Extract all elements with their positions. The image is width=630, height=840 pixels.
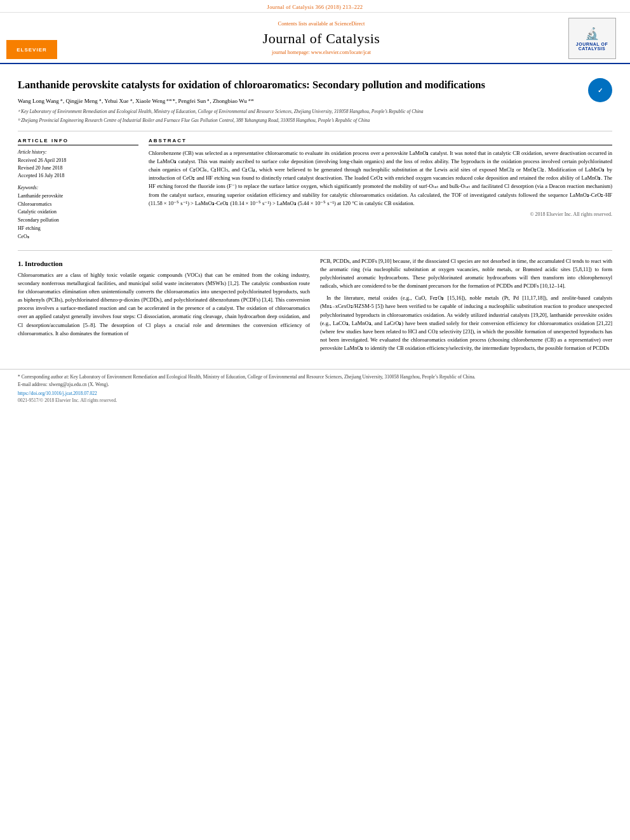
keyword-5: HF etching [18, 225, 138, 233]
journal-title-area: Contents lists available at ScienceDirec… [83, 18, 560, 59]
journal-logo-box: 🔬 JOURNAL OF CATALYSIS [568, 18, 616, 59]
sciencedirect-line: Contents lists available at ScienceDirec… [83, 20, 560, 27]
keywords-label: Keywords: [18, 185, 138, 190]
elsevier-logo-area: ELSEVIER [6, 18, 83, 59]
abstract-heading: ABSTRACT [149, 138, 612, 145]
affiliation-b: ᵇ Zhejiang Provincial Engineering Resear… [18, 117, 580, 124]
body-section: 1. Introduction Chloroaromatics are a cl… [18, 257, 612, 357]
section-num: 1. [18, 260, 23, 267]
section-title: Introduction [25, 260, 63, 267]
received-date: Received 26 April 2018 [18, 157, 138, 164]
body-divider [18, 250, 612, 251]
journal-homepage-line: journal homepage: www.elsevier.com/locat… [83, 50, 560, 55]
body-right-col: PCB, PCDDs, and PCDFs [9,10] because, if… [320, 257, 612, 357]
keyword-2: Chloroaromatics [18, 201, 138, 209]
journal-logo-area: 🔬 JOURNAL OF CATALYSIS [560, 18, 624, 59]
article-info-heading: ARTICLE INFO [18, 138, 138, 145]
affiliation-a: ᵃ Key Laboratory of Environment Remediat… [18, 109, 580, 116]
body-left-col: 1. Introduction Chloroaromatics are a cl… [18, 257, 310, 357]
article-title: Lanthanide perovskite catalysts for oxid… [18, 78, 580, 92]
article-authors: Wang Long Wang ᵃ, Qingjie Meng ᵃ, Yehui … [18, 97, 580, 106]
homepage-link[interactable]: www.elsevier.com/locate/jcat [311, 50, 371, 55]
logo-line2: CATALYSIS [579, 46, 606, 51]
logo-line1: JOURNAL OF [576, 42, 608, 46]
journal-citation: Journal of Catalysis 366 (2018) 213–222 [267, 4, 363, 10]
footnote-email: E-mail address: xlweng@zju.edu.cn (X. We… [18, 381, 612, 388]
journal-top-bar: Journal of Catalysis 366 (2018) 213–222 [0, 0, 630, 13]
keyword-6: CeO₂ [18, 233, 138, 241]
keyword-4: Secondary pollution [18, 217, 138, 225]
keyword-3: Catalytic oxidation [18, 208, 138, 217]
info-abstract-section: ARTICLE INFO Article history: Received 2… [18, 138, 612, 241]
abstract-column: ABSTRACT Chlorobenzene (CB) was selected… [149, 138, 612, 241]
footnote-star: * Corresponding author at: Key Laborator… [18, 373, 612, 380]
abstract-text: Chlorobenzene (CB) was selected as a rep… [149, 149, 612, 208]
article-content: Lanthanide perovskite catalysts for oxid… [0, 64, 630, 363]
accepted-date: Accepted 16 July 2018 [18, 172, 138, 180]
page-footer: * Corresponding author at: Key Laborator… [0, 369, 630, 407]
elsevier-logo: ELSEVIER [6, 40, 57, 59]
history-label: Article history: [18, 149, 138, 155]
header-divider [18, 131, 612, 131]
article-info-column: ARTICLE INFO Article history: Received 2… [18, 138, 138, 241]
footer-doi[interactable]: https://doi.org/10.1016/j.jcat.2018.07.0… [18, 390, 612, 396]
authors-text: Wang Long Wang ᵃ, Qingjie Meng ᵃ, Yehui … [18, 98, 254, 104]
article-header: Lanthanide perovskite catalysts for oxid… [18, 78, 612, 124]
revised-date: Revised 20 June 2018 [18, 164, 138, 172]
intro-heading: 1. Introduction [18, 260, 310, 267]
article-title-section: Lanthanide perovskite catalysts for oxid… [18, 78, 588, 124]
copyright-line: © 2018 Elsevier Inc. All rights reserved… [149, 211, 612, 217]
journal-title: Journal of Catalysis [83, 30, 560, 47]
footer-issn: 0021-9517/© 2018 Elsevier Inc. All right… [18, 397, 612, 403]
journal-icon: 🔬 [585, 27, 600, 41]
journal-header: ELSEVIER Contents lists available at Sci… [0, 13, 630, 64]
page-wrapper: Journal of Catalysis 366 (2018) 213–222 … [0, 0, 630, 840]
crossmark-badge[interactable]: ✓ [588, 78, 612, 102]
intro-body-text-right: PCB, PCDDs, and PCDFs [9,10] because, if… [320, 257, 612, 353]
intro-body-text: Chloroaromatics are a class of highly to… [18, 271, 310, 338]
sciencedirect-link-text[interactable]: ScienceDirect [335, 20, 365, 27]
keyword-1: Lanthanide perovskite [18, 192, 138, 201]
